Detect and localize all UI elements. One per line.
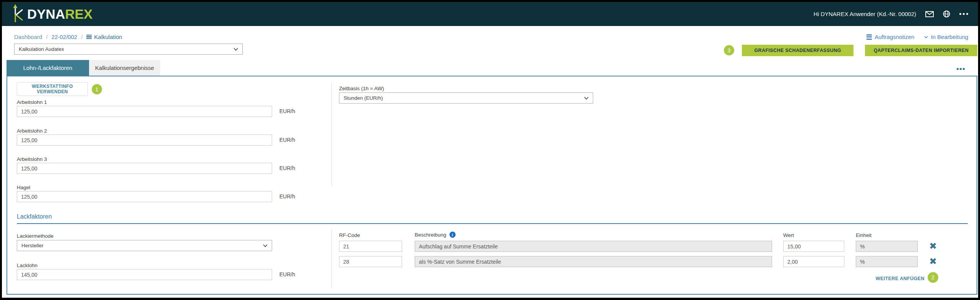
field-label-hagel: Hagel (17, 185, 30, 190)
qapterclaims-import-button[interactable]: QAPTERCLAIMS-DATEN IMPORTIEREN (865, 45, 977, 56)
field-label-lacklohn: Lacklohn (17, 263, 37, 268)
tab-kalkulationsergebnisse[interactable]: Kalkulationsergebnisse (89, 60, 160, 76)
zeitbasis-value: Stunden (EUR/h) (344, 95, 383, 101)
rf-unit-field (856, 241, 918, 252)
rf-code-input[interactable] (339, 256, 402, 267)
list-icon (866, 34, 872, 40)
breadcrumb-separator: / (46, 34, 47, 40)
unit-suffix: EUR/h (279, 271, 295, 277)
order-notes-label: Auftragsnotizen (875, 34, 914, 40)
chevron-down-icon (263, 244, 268, 247)
zeitbasis-select[interactable]: Stunden (EUR/h) (339, 92, 593, 104)
lackiermethode-value: Hersteller (21, 243, 44, 248)
breadcrumb-kalkulation[interactable]: Kalkulation (86, 34, 122, 40)
info-icon[interactable]: i (449, 232, 456, 238)
field-label-arbeitslohn-2: Arbeitslohn 2 (17, 128, 47, 134)
rf-code-input[interactable] (339, 241, 402, 252)
rf-description-field (415, 241, 772, 252)
step-badge-3: 3 (724, 45, 734, 55)
workshop-info-button[interactable]: WERKSTATTINFO VERWENDEN (17, 82, 88, 96)
menu-bars-icon (86, 35, 92, 39)
rf-description-field (415, 256, 772, 267)
field-label-arbeitslohn-1: Arbeitslohn 1 (17, 99, 47, 105)
calculation-type-select[interactable]: Kalkulation Audatex (14, 44, 243, 55)
field-label-zeitbasis: Zeitbasis (1h = AW) (339, 86, 384, 91)
col-label-wert: Wert (783, 232, 794, 238)
section-rule (17, 223, 968, 224)
hagel-input[interactable] (17, 191, 272, 202)
field-label-lackiermethode: Lackiermethode (17, 233, 54, 239)
order-notes-link[interactable]: Auftragsnotizen (866, 34, 914, 40)
delete-row-icon[interactable]: ✖ (929, 257, 937, 266)
unit-suffix: EUR/h (279, 108, 295, 114)
chevron-down-icon (584, 97, 589, 100)
user-greeting: Hi DYNAREX Anwender (Kd.-Nr. 00002) (814, 11, 916, 17)
rf-value-input[interactable] (783, 241, 844, 252)
delete-row-icon[interactable]: ✖ (929, 242, 937, 251)
breadcrumb-separator: / (81, 34, 83, 40)
breadcrumb-current-label: Kalkulation (94, 34, 122, 40)
more-options-icon[interactable] (959, 13, 968, 15)
lacklohn-input[interactable] (17, 269, 272, 280)
app-logo[interactable]: DYNAREX (12, 4, 92, 24)
breadcrumb: Dashboard / 22-02/002 / Kalkulation (14, 34, 122, 40)
unit-suffix: EUR/h (279, 193, 295, 199)
app-header: DYNAREX Hi DYNAREX Anwender (Kd.-Nr. 000… (2, 2, 978, 26)
step-badge-2: 2 (928, 272, 938, 283)
graphic-damage-capture-button[interactable]: GRAFISCHE SCHADENERFASSUNG (742, 45, 853, 56)
logo-text: DYNAREX (27, 7, 92, 21)
col-label-einheit: Einheit (856, 232, 871, 238)
rf-unit-field (856, 256, 918, 267)
arbeitslohn-2-input[interactable] (17, 135, 272, 146)
order-status-label: In Bearbeitung (931, 34, 968, 40)
tab-lohn-lackfaktoren[interactable]: Lohn-/Lackfaktoren (6, 60, 89, 76)
lackfaktoren-heading: Lackfaktoren (17, 213, 52, 220)
col-label-rf-code: RF-Code (339, 232, 360, 238)
app-window: DYNAREX Hi DYNAREX Anwender (Kd.-Nr. 000… (2, 2, 978, 298)
breadcrumb-dashboard[interactable]: Dashboard (14, 34, 42, 40)
step-badge-1: 1 (92, 84, 102, 94)
field-label-arbeitslohn-3: Arbeitslohn 3 (17, 156, 47, 162)
add-more-link[interactable]: WEITERE ANFÜGEN (876, 276, 925, 281)
section-divider (331, 229, 332, 289)
col-label-beschreibung: Beschreibung (415, 232, 446, 238)
chevron-down-icon (924, 35, 928, 39)
lohn-lackfaktoren-panel: WERKSTATTINFO VERWENDEN 1 Arbeitslohn 1 … (6, 76, 977, 295)
chevron-down-icon (234, 48, 238, 51)
lackiermethode-select[interactable]: Hersteller (17, 240, 272, 251)
unit-suffix: EUR/h (279, 137, 295, 143)
tab-bar: Lohn-/Lackfaktoren Kalkulationsergebniss… (6, 60, 160, 76)
arbeitslohn-1-input[interactable] (17, 106, 272, 117)
arbeitslohn-3-input[interactable] (17, 163, 272, 174)
globe-icon[interactable] (943, 10, 950, 18)
order-toolbar: Auftragsnotizen In Bearbeitung (866, 34, 968, 40)
order-status-dropdown[interactable]: In Bearbeitung (924, 34, 968, 40)
panel-more-icon[interactable] (957, 68, 965, 70)
breadcrumb-order-number[interactable]: 22-02/002 (52, 34, 78, 40)
calculation-type-value: Kalkulation Audatex (19, 46, 64, 52)
logo-arrow-icon (12, 4, 25, 24)
mail-icon[interactable] (925, 11, 934, 17)
rf-value-input[interactable] (783, 256, 844, 267)
section-divider (331, 83, 332, 186)
unit-suffix: EUR/h (279, 165, 295, 171)
